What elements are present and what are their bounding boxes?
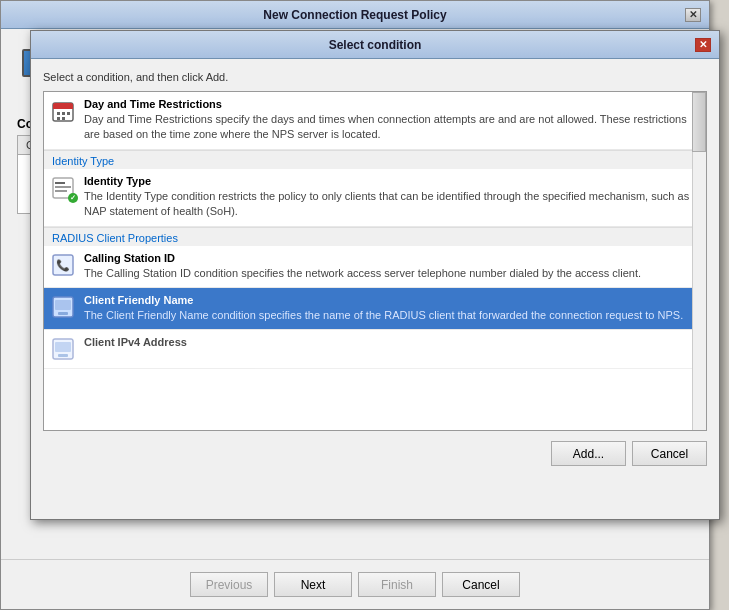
condition-client-friendly-desc: The Client Friendly Name condition speci… xyxy=(84,308,698,323)
condition-item-client-friendly[interactable]: Client Friendly Name The Client Friendly… xyxy=(44,288,706,330)
svg-rect-3 xyxy=(57,112,60,115)
cancel-button[interactable]: Cancel xyxy=(442,572,520,597)
condition-item-day-time[interactable]: Day and Time Restrictions Day and Time R… xyxy=(44,92,706,150)
condition-identity-desc: The Identity Type condition restricts th… xyxy=(84,189,698,220)
svg-rect-6 xyxy=(57,117,60,120)
svg-rect-15 xyxy=(55,300,71,310)
calendar-icon xyxy=(52,100,76,124)
category-radius-client: RADIUS Client Properties xyxy=(44,227,706,246)
svg-rect-18 xyxy=(55,342,71,352)
add-button[interactable]: Add... xyxy=(551,441,626,466)
previous-button[interactable]: Previous xyxy=(190,572,268,597)
condition-calling-desc: The Calling Station ID condition specifi… xyxy=(84,266,698,281)
modal-titlebar: Select condition ✕ xyxy=(31,31,719,59)
condition-client-friendly-title: Client Friendly Name xyxy=(84,294,698,306)
condition-item-calling-station[interactable]: 📞 Calling Station ID The Calling Station… xyxy=(44,246,706,288)
category-identity-type: Identity Type xyxy=(44,150,706,169)
condition-client-friendly-text: Client Friendly Name The Client Friendly… xyxy=(84,294,698,323)
svg-rect-19 xyxy=(58,354,68,357)
svg-text:📞: 📞 xyxy=(56,258,70,272)
svg-rect-7 xyxy=(62,117,65,120)
condition-day-time-desc: Day and Time Restrictions specify the da… xyxy=(84,112,698,143)
condition-calling-text: Calling Station ID The Calling Station I… xyxy=(84,252,698,281)
conditions-scrollbar[interactable] xyxy=(692,92,706,430)
condition-identity-text: Identity Type The Identity Type conditio… xyxy=(84,175,698,220)
condition-item-identity-type[interactable]: ✓ Identity Type The Identity Type condit… xyxy=(44,169,706,227)
modal-title: Select condition xyxy=(55,38,695,52)
phone-icon: 📞 xyxy=(52,254,76,278)
condition-item-client-ipv4[interactable]: Client IPv4 Address xyxy=(44,330,706,369)
condition-day-time-text: Day and Time Restrictions Day and Time R… xyxy=(84,98,698,143)
scrollbar-thumb xyxy=(692,92,706,152)
next-button[interactable]: Next xyxy=(274,572,352,597)
condition-client-ipv4-text: Client IPv4 Address xyxy=(84,336,698,350)
check-badge: ✓ xyxy=(68,193,78,203)
main-footer: Previous Next Finish Cancel xyxy=(1,559,709,609)
svg-rect-2 xyxy=(53,107,73,109)
modal-instruction: Select a condition, and then click Add. xyxy=(43,71,707,83)
condition-identity-title: Identity Type xyxy=(84,175,698,187)
identity-icon: ✓ xyxy=(52,177,76,201)
svg-rect-4 xyxy=(62,112,65,115)
modal-cancel-button[interactable]: Cancel xyxy=(632,441,707,466)
select-condition-modal: Select condition ✕ Select a condition, a… xyxy=(30,30,720,520)
main-titlebar: New Connection Request Policy ✕ xyxy=(1,1,709,29)
svg-rect-10 xyxy=(55,186,71,188)
finish-button[interactable]: Finish xyxy=(358,572,436,597)
modal-close-button[interactable]: ✕ xyxy=(695,38,711,52)
svg-rect-9 xyxy=(55,182,65,184)
modal-body: Select a condition, and then click Add. xyxy=(31,59,719,431)
modal-footer: Add... Cancel xyxy=(31,431,719,476)
main-close-button[interactable]: ✕ xyxy=(685,8,701,22)
client-friendly-icon xyxy=(52,296,76,320)
main-window-title: New Connection Request Policy xyxy=(25,8,685,22)
condition-client-ipv4-title: Client IPv4 Address xyxy=(84,336,698,348)
svg-rect-16 xyxy=(58,312,68,315)
condition-day-time-title: Day and Time Restrictions xyxy=(84,98,698,110)
conditions-list[interactable]: Day and Time Restrictions Day and Time R… xyxy=(44,92,706,430)
svg-rect-11 xyxy=(55,190,67,192)
svg-rect-5 xyxy=(67,112,70,115)
condition-calling-title: Calling Station ID xyxy=(84,252,698,264)
conditions-list-container: Day and Time Restrictions Day and Time R… xyxy=(43,91,707,431)
client-ipv4-icon xyxy=(52,338,76,362)
